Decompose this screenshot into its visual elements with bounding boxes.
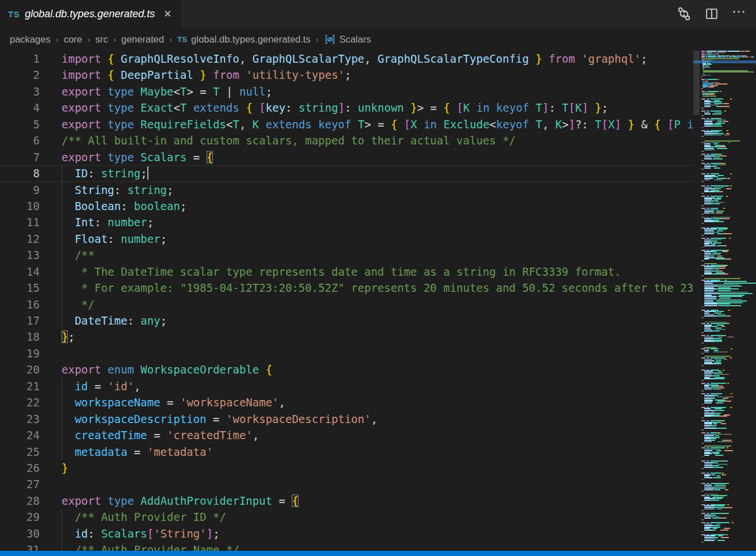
breadcrumb-item-file[interactable]: TS global.db.types.generated.ts (177, 34, 311, 45)
indent-guide (62, 313, 62, 329)
code-line-content: Int: number; (40, 214, 154, 230)
code-line[interactable]: 2import { DeepPartial } from 'utility-ty… (0, 67, 693, 83)
code-line[interactable]: 16 */ (0, 296, 693, 313)
line-number[interactable]: 12 (0, 231, 40, 247)
code-line[interactable]: 27 (0, 476, 693, 492)
code-area[interactable]: 1import { GraphQLResolveInfo, GraphQLSca… (0, 51, 693, 551)
open-changes-icon[interactable] (677, 6, 692, 21)
line-number[interactable]: 9 (0, 182, 40, 198)
code-line-content: export type RequireFields<T, K extends k… (40, 116, 693, 132)
close-icon[interactable]: ✕ (163, 8, 171, 20)
line-number[interactable]: 24 (0, 427, 40, 443)
code-line-content: ID: string; (40, 165, 148, 181)
line-number[interactable]: 20 (0, 361, 40, 378)
tab-global-db-types-generated-ts[interactable]: TS global.db.types.generated.ts ✕ (0, 0, 181, 28)
code-line[interactable]: 20export enum WorkspaceOrderable { (0, 361, 693, 378)
code-line[interactable]: 9 String: string; (0, 182, 693, 198)
code-line[interactable]: 13 /** (0, 247, 693, 263)
line-number[interactable]: 7 (0, 149, 40, 165)
line-number[interactable]: 4 (0, 100, 40, 116)
line-number[interactable]: 23 (0, 411, 40, 427)
code-line[interactable]: 23 workspaceDescription = 'workspaceDesc… (0, 411, 693, 427)
code-line[interactable]: 12 Float: number; (0, 231, 693, 247)
code-line-content: id = 'id', (40, 378, 140, 394)
code-line[interactable]: 22 workspaceName = 'workspaceName', (0, 394, 693, 410)
breadcrumb-item-generated[interactable]: generated (121, 34, 164, 45)
code-line[interactable]: 28export type AddAuthProviderInput = { (0, 493, 693, 509)
line-number[interactable]: 3 (0, 83, 40, 100)
indent-guide (62, 525, 62, 542)
line-number[interactable]: 19 (0, 345, 40, 361)
line-number[interactable]: 13 (0, 247, 40, 263)
code-line[interactable]: 3export type Maybe<T> = T | null; (0, 83, 693, 100)
code-line[interactable]: 19 (0, 345, 693, 361)
indent-guide (62, 378, 62, 394)
code-line[interactable]: 21 id = 'id', (0, 378, 693, 394)
line-number[interactable]: 17 (0, 313, 40, 329)
editor-actions: ⋯ (677, 0, 756, 28)
code-line[interactable]: 10 Boolean: boolean; (0, 198, 693, 214)
line-number[interactable]: 31 (0, 542, 40, 551)
line-number[interactable]: 30 (0, 525, 40, 542)
code-line[interactable]: 31 /** Auth Provider Name */ (0, 542, 693, 551)
line-number[interactable]: 5 (0, 116, 40, 132)
code-line-content: id: Scalars['String']; (40, 525, 220, 542)
code-line-content: Float: number; (40, 231, 167, 247)
code-line[interactable]: 24 createdTime = 'createdTime', (0, 427, 693, 443)
line-number[interactable]: 15 (0, 280, 40, 296)
line-number[interactable]: 6 (0, 132, 40, 148)
minimap[interactable] (700, 51, 756, 551)
code-line[interactable]: 4export type Exact<T extends { [key: str… (0, 100, 693, 116)
split-editor-icon[interactable] (704, 6, 719, 21)
vscode-window: TS global.db.types.generated.ts ✕ (0, 0, 756, 556)
breadcrumb-item-packages[interactable]: packages (10, 34, 51, 45)
code-line-content: export type Maybe<T> = T | null; (40, 83, 272, 100)
code-line[interactable]: 5export type RequireFields<T, K extends … (0, 116, 693, 132)
minimap-current-line (693, 60, 756, 63)
code-line[interactable]: 8 ID: string; (0, 165, 693, 181)
line-number[interactable]: 26 (0, 460, 40, 476)
line-number[interactable]: 2 (0, 67, 40, 83)
code-line[interactable]: 29 /** Auth Provider ID */ (0, 509, 693, 525)
code-line[interactable]: 6/** All built-in and custom scalars, ma… (0, 132, 693, 148)
code-line[interactable]: 17 DateTime: any; (0, 313, 693, 329)
breadcrumb-item-src[interactable]: src (96, 34, 108, 45)
line-number[interactable]: 25 (0, 444, 40, 460)
indent-guide (62, 247, 62, 263)
line-number[interactable]: 27 (0, 476, 40, 492)
line-number[interactable]: 22 (0, 394, 40, 410)
chevron-right-icon: › (113, 35, 116, 44)
code-line[interactable]: 25 metadata = 'metadata' (0, 444, 693, 460)
more-actions-icon[interactable]: ⋯ (732, 9, 747, 19)
breadcrumb-item-core[interactable]: core (64, 34, 82, 45)
line-number[interactable]: 29 (0, 509, 40, 525)
line-number[interactable]: 21 (0, 378, 40, 394)
line-number[interactable]: 8 (0, 165, 40, 181)
code-line[interactable]: 18}; (0, 329, 693, 345)
code-line[interactable]: 7export type Scalars = { (0, 149, 693, 165)
symbol-type-icon (324, 33, 336, 45)
breadcrumb-item-symbol-scalars[interactable]: Scalars (324, 33, 371, 45)
status-bar[interactable] (0, 551, 756, 556)
breadcrumb: packages › core › src › generated › TS g… (0, 28, 756, 51)
code-line-content: metadata = 'metadata' (40, 444, 213, 460)
code-line[interactable]: 15 * For example: "1985-04-12T23:20:50.5… (0, 280, 693, 296)
line-number[interactable]: 18 (0, 329, 40, 345)
line-number[interactable]: 28 (0, 493, 40, 509)
breadcrumb-file-label: global.db.types.generated.ts (191, 34, 310, 45)
line-number[interactable]: 1 (0, 51, 40, 67)
code-line-content: }; (40, 329, 75, 345)
text-cursor (147, 166, 148, 180)
code-line[interactable]: 1import { GraphQLResolveInfo, GraphQLSca… (0, 51, 693, 67)
indent-guide (62, 264, 62, 280)
code-line[interactable]: 11 Int: number; (0, 214, 693, 230)
code-line[interactable]: 14 * The DateTime scalar type represents… (0, 264, 693, 280)
code-line[interactable]: 26} (0, 460, 693, 476)
line-number[interactable]: 16 (0, 296, 40, 313)
line-number[interactable]: 14 (0, 264, 40, 280)
line-number[interactable]: 10 (0, 198, 40, 214)
indent-guide (62, 296, 62, 313)
line-number[interactable]: 11 (0, 214, 40, 230)
code-line-content: String: string; (40, 182, 174, 198)
code-line[interactable]: 30 id: Scalars['String']; (0, 525, 693, 542)
